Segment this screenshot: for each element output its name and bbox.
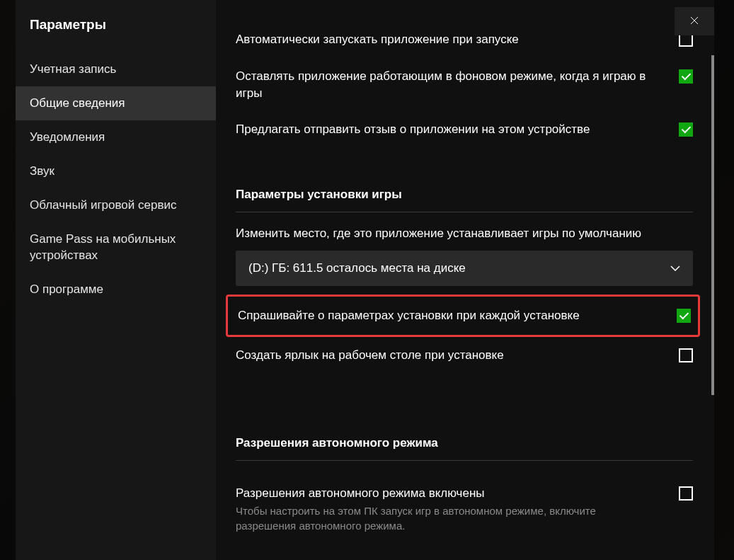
- offline-section-header: Разрешения автономного режима: [236, 436, 693, 461]
- offline-enabled-desc: Чтобы настроить на этом ПК запуск игр в …: [236, 503, 632, 533]
- drive-selected-value: (D:) ГБ: 611.5 осталось места на диске: [248, 261, 466, 275]
- chevron-down-icon: [670, 263, 680, 273]
- option-feedback: Предлагать отправить отзыв о приложении …: [236, 111, 693, 148]
- close-icon: [690, 16, 699, 27]
- keep-running-checkbox[interactable]: [679, 69, 693, 84]
- offline-enabled-label: Разрешения автономного режима включены: [236, 485, 618, 502]
- feedback-label: Предлагать отправить отзыв о приложении …: [236, 121, 679, 138]
- sidebar-item-sound[interactable]: Звук: [16, 154, 216, 188]
- create-shortcut-label: Создать ярлык на рабочем столе при устан…: [236, 347, 679, 364]
- option-offline-enabled: Разрешения автономного режима включены Ч…: [236, 475, 693, 543]
- sidebar-item-general[interactable]: Общие сведения: [16, 86, 216, 120]
- option-keep-running: Оставлять приложение работающим в фоново…: [236, 58, 693, 112]
- sidebar-item-gamepass-mobile[interactable]: Game Pass на мобильных устройствах: [16, 222, 216, 272]
- ask-each-time-label: Спрашивайте о параметрах установки при к…: [238, 307, 677, 324]
- option-ask-each-time: Спрашивайте о параметрах установки при к…: [238, 297, 691, 335]
- keep-running-label: Оставлять приложение работающим в фоново…: [236, 68, 679, 102]
- settings-title: Параметры: [16, 17, 216, 52]
- close-button[interactable]: [675, 7, 714, 35]
- install-drive-dropdown[interactable]: (D:) ГБ: 611.5 осталось места на диске: [236, 251, 693, 286]
- install-section-header: Параметры установки игры: [236, 188, 693, 212]
- create-shortcut-checkbox[interactable]: [679, 348, 693, 362]
- content-panel: Автоматически запускать приложение при з…: [216, 0, 714, 560]
- sidebar: Параметры Учетная запись Общие сведения …: [16, 0, 216, 560]
- sidebar-item-notifications[interactable]: Уведомления: [16, 120, 216, 154]
- ask-each-time-checkbox[interactable]: [677, 309, 691, 323]
- highlighted-option: Спрашивайте о параметрах установки при к…: [226, 295, 700, 337]
- change-location-label: Изменить место, где это приложение устан…: [236, 227, 693, 241]
- option-create-shortcut: Создать ярлык на рабочем столе при устан…: [236, 337, 693, 374]
- settings-modal: Параметры Учетная запись Общие сведения …: [16, 0, 714, 560]
- sidebar-item-account[interactable]: Учетная запись: [16, 52, 216, 86]
- feedback-checkbox[interactable]: [679, 122, 693, 137]
- sidebar-item-about[interactable]: О программе: [16, 273, 216, 307]
- offline-enabled-checkbox[interactable]: [679, 486, 693, 501]
- auto-launch-label: Автоматически запускать приложение при з…: [236, 31, 679, 48]
- sidebar-item-cloud-gaming[interactable]: Облачный игровой сервис: [16, 188, 216, 222]
- scrollbar[interactable]: [711, 55, 714, 395]
- option-auto-launch: Автоматически запускать приложение при з…: [236, 21, 693, 58]
